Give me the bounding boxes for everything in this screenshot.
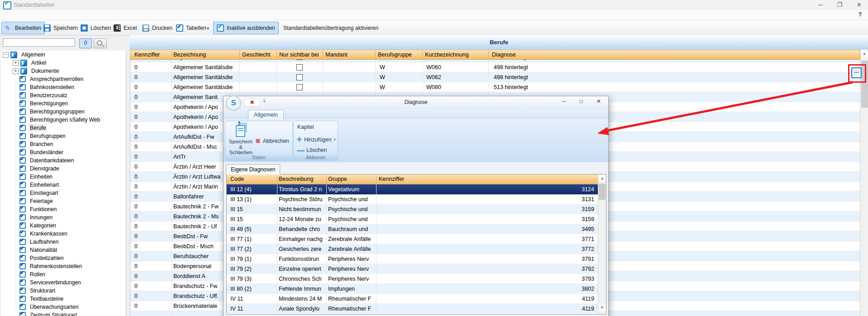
scroll-down-icon[interactable]: ▼ — [598, 304, 606, 311]
sidebar-item-ansprechpartnerrollen[interactable]: Ansprechpartnerrollen — [1, 75, 126, 83]
column-header-gruppe[interactable]: Gruppe — [328, 176, 347, 182]
tab-allgemein[interactable]: Allgemein — [248, 110, 284, 120]
tables-button[interactable]: Tabellen — [172, 22, 210, 34]
table-row[interactable]: 0Allgemeiner SanitätsdieWW080513 hinterl… — [130, 82, 860, 92]
tree-expand-icon[interactable]: + — [13, 68, 19, 74]
column-header-geschlecht[interactable]: Geschlecht — [242, 52, 271, 58]
cancel-button[interactable]: ✖ Abbrechen — [255, 137, 289, 145]
sidebar-item-innungen[interactable]: Innungen — [1, 213, 126, 222]
sidebar-item-benutzerzusatz[interactable]: Benutzerzusatz — [1, 91, 126, 99]
tables-dropdown-button[interactable]: ▾ — [205, 22, 211, 34]
sidebar-item-serviceverbindungen[interactable]: Serviceverbindungen — [1, 278, 126, 287]
sidebar-item-funktionen[interactable]: Funktionen — [1, 205, 126, 213]
save-button[interactable]: Speichern — [40, 22, 81, 34]
column-header-kennziffer[interactable]: Kennziffer — [379, 176, 404, 182]
dialog-maximize-button[interactable]: □ — [580, 98, 583, 104]
sidebar-item-berechtigungsgruppen[interactable]: Berechtigungsgruppen — [1, 108, 126, 116]
sidebar-item-krankenkassen[interactable]: Krankenkassen — [1, 230, 126, 238]
scroll-up-icon[interactable]: ▲ — [861, 50, 868, 57]
sidebar-item-berechtigungen[interactable]: Berechtigungen — [1, 99, 126, 108]
sidebar-item-artikel[interactable]: +Artikel — [1, 59, 126, 67]
sidebar-item-datenbankdateien[interactable]: Datenbankdateien — [1, 156, 126, 165]
visibility-checkbox[interactable] — [296, 84, 303, 90]
column-header-nur-sichtbar-bei[interactable]: Nur sichtbar bei — [279, 52, 319, 58]
sidebar-item-rahmenkostenstellen[interactable]: Rahmenkostenstellen — [1, 262, 126, 270]
diagnose-row[interactable]: III 77 (2)Gesichertes zereZerebrale Anfä… — [227, 244, 598, 254]
sidebar-item-einstiegsart[interactable]: Einstiegsart — [1, 189, 126, 197]
diagnose-row[interactable]: IV 11Mindestens 24 MRheumatischer F4119 — [227, 294, 598, 304]
visibility-checkbox[interactable] — [296, 60, 303, 60]
diagnose-row[interactable]: III 79 (3)Chronisches SchPeripheres Nerv… — [227, 274, 598, 284]
visibility-checkbox[interactable] — [296, 64, 303, 71]
sidebar-item-bundesländer[interactable]: Bundesländer — [1, 148, 126, 156]
sidebar-item-branchen[interactable]: Branchen — [1, 140, 126, 148]
sidebar-item-postleitzahlen[interactable]: Postleitzahlen — [1, 254, 126, 262]
visibility-checkbox[interactable] — [296, 74, 303, 80]
diagnose-row[interactable]: III 79 (2)Einzelne operiertPeripheres Ne… — [227, 264, 598, 274]
sidebar-item-rollen[interactable]: Rollen — [1, 270, 126, 278]
diagnose-row[interactable]: III 77 (1)Einmaliger nachgZerebrale Anfä… — [227, 234, 598, 244]
scroll-up-icon[interactable]: ▲ — [598, 175, 606, 182]
sidebar-item-bahnkostenstellen[interactable]: Bahnkostenstellen — [1, 83, 126, 91]
column-header-kurzbezeichnung[interactable]: Kurzbezeichnung — [425, 52, 469, 58]
edit-button[interactable]: ✎ Bearbeiten — [1, 22, 45, 34]
sidebar-item-berufsgruppen[interactable]: Berufsgruppen — [1, 132, 126, 140]
sidebar-item-dokumente[interactable]: +Dokumente — [1, 67, 126, 75]
minimize-button[interactable]: ─ — [818, 1, 822, 8]
column-header-kennziffer[interactable]: Kennziffer — [134, 52, 160, 58]
column-header-bezeichnung[interactable]: Bezeichnung — [173, 52, 206, 58]
tree-expand-icon[interactable]: + — [13, 60, 19, 66]
diagnose-row[interactable]: III 79 (1)FunktionsstörunPeripheres Nerv… — [227, 254, 598, 264]
diagnose-row[interactable]: III 13 (1)Psychische StöruPsychische und… — [227, 194, 598, 204]
tab-eigene-diagnosen[interactable]: Eigene Diagnosen — [226, 164, 280, 175]
diagnose-row[interactable]: III 1512-24 Monate zuPsychische und3159 — [227, 214, 598, 224]
help-button[interactable]: ? — [858, 11, 862, 18]
column-header-beschreibung[interactable]: Beschreibung — [279, 176, 313, 182]
hide-inactive-toggle[interactable]: Inaktive ausblenden — [213, 22, 279, 34]
sidebar-item-überwachungsarten[interactable]: Überwachungsarten — [1, 303, 126, 311]
diagnose-row[interactable]: III 12 (4)Tinnitus Grad 2 nVegetativum31… — [227, 184, 598, 194]
table-row[interactable]: 0Allgemeiner SanitätsdieWW060498 hinterl… — [130, 62, 860, 72]
save-and-close-button[interactable]: ⤴ Speichern & Schließen — [227, 123, 254, 155]
search-input[interactable] — [3, 38, 75, 47]
sidebar-item-laufbahnen[interactable]: Laufbahnen — [1, 238, 126, 246]
diagnose-row[interactable]: III 15Nicht bestimmunPsychische und3159 — [227, 204, 598, 214]
app-logo-icon[interactable]: S — [226, 95, 241, 111]
sidebar-item-einheitenart[interactable]: Einheitenart — [1, 181, 126, 189]
counter-button[interactable]: 0 — [79, 38, 92, 48]
column-header-code[interactable]: Code — [230, 176, 244, 182]
delete-button[interactable]: Löschen — [77, 22, 114, 34]
sidebar-item-allgemein[interactable]: −Allgemein — [1, 51, 126, 59]
scrollbar-thumb[interactable] — [599, 184, 606, 200]
diagnosen-scrollbar[interactable]: ▲ ▼ — [598, 175, 606, 314]
sidebar-item-berechtigungen-ssafety-web[interactable]: Berechtigungen sSafety Web — [1, 116, 126, 124]
diagnose-row[interactable]: III 49 (5)Behandelte chroBauchraum und34… — [227, 224, 598, 234]
sidebar-item-zentrum-strukturart[interactable]: Zentrum Strukturart — [1, 311, 126, 316]
cell-kennziffer: 0 — [134, 243, 138, 250]
sidebar-item-strukturart[interactable]: Strukturart — [1, 287, 126, 295]
tree-collapse-icon[interactable]: − — [3, 52, 9, 58]
dialog-minimize-button[interactable]: ─ — [562, 98, 566, 104]
sidebar-item-dienstgrade[interactable]: Dienstgrade — [1, 165, 126, 173]
close-button[interactable]: ✕ — [857, 1, 862, 8]
diagnose-row[interactable]: III 80 (2)Fehlende ImmunImpfungen3802 — [227, 284, 598, 294]
sidebar-item-kategorien[interactable]: Kategorien — [1, 222, 126, 230]
sidebar-item-textbausteine[interactable]: Textbausteine — [1, 295, 126, 303]
column-header-mandant[interactable]: Mandant — [325, 52, 348, 58]
diagnose-row[interactable]: IV 11Axiale SpondyloRheumatischer F4119 — [227, 304, 598, 314]
column-header-diagnose[interactable]: Diagnose — [492, 52, 516, 58]
vertical-scrollbar[interactable]: ▲ — [860, 50, 868, 316]
search-button[interactable] — [94, 38, 107, 48]
print-button[interactable]: Drucken — [138, 22, 176, 34]
sidebar-item-berufe[interactable]: Berufe — [1, 124, 126, 132]
sidebar-item-feiertage[interactable]: Feiertage — [1, 197, 126, 205]
dialog-close-button[interactable]: ✕ — [596, 98, 601, 104]
remove-button[interactable]: ▬▬ Löschen — [297, 147, 327, 153]
column-header-berufsgruppe[interactable]: Berufsgruppe — [378, 52, 412, 58]
add-button[interactable]: ✚ Hinzufügen ▾ — [297, 136, 336, 143]
sidebar-item-einheiten[interactable]: Einheiten — [1, 173, 126, 181]
restore-button[interactable]: ❐ — [837, 1, 842, 8]
excel-button[interactable]: X Excel — [110, 22, 140, 34]
table-row[interactable]: 0Allgemeiner SanitätsdieWW062498 hinterl… — [130, 72, 860, 82]
sidebar-item-nationalität[interactable]: Nationalität — [1, 246, 126, 254]
